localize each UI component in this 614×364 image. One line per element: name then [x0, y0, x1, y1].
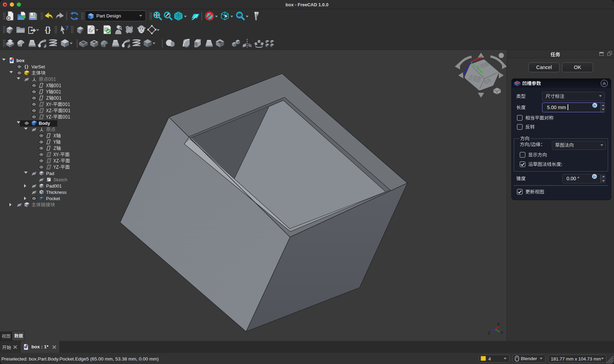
- svg-text:Z: Z: [488, 331, 490, 335]
- svg-text:fx: fx: [593, 104, 596, 107]
- svg-text:X: X: [497, 322, 500, 326]
- svg-text:Y: Y: [501, 331, 503, 335]
- svg-text:?: ?: [66, 25, 68, 31]
- svg-text:{}: {}: [45, 25, 51, 34]
- svg-text:fx: fx: [593, 175, 596, 178]
